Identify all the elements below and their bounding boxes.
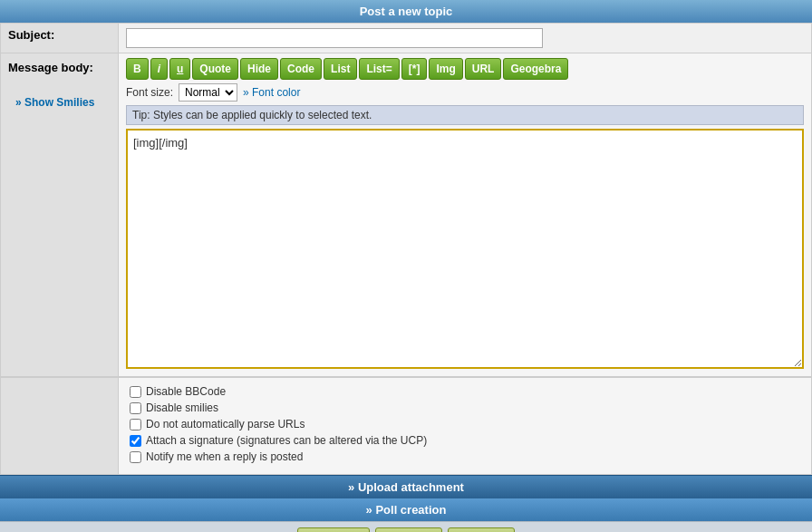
message-textarea[interactable]: [img][/img] bbox=[126, 129, 804, 369]
img-btn[interactable]: Img bbox=[429, 58, 462, 80]
attach-signature-checkbox[interactable] bbox=[130, 435, 141, 447]
disable-bbcode-option: Disable BBCode bbox=[130, 385, 800, 398]
list-eq-btn[interactable]: List= bbox=[359, 58, 399, 80]
upload-attachment-bar[interactable]: » Upload attachment bbox=[0, 475, 812, 498]
underline-btn[interactable]: u bbox=[169, 58, 190, 80]
font-size-row: Font size: Normal Small Large Huge » Fon… bbox=[126, 83, 804, 102]
tip-bar: Tip: Styles can be applied quickly to se… bbox=[126, 105, 804, 125]
subject-label: Subject: bbox=[1, 24, 119, 53]
geogebra-btn[interactable]: Geogebra bbox=[503, 58, 568, 80]
preview-button[interactable]: Preview bbox=[297, 527, 369, 532]
code-btn[interactable]: Code bbox=[280, 58, 322, 80]
notify-reply-label: Notify me when a reply is posted bbox=[146, 450, 303, 463]
disable-smilies-checkbox[interactable] bbox=[130, 402, 141, 414]
font-size-select[interactable]: Normal Small Large Huge bbox=[179, 83, 237, 102]
bottom-buttons: Preview Submit Cancel bbox=[0, 521, 812, 532]
submit-button[interactable]: Submit bbox=[375, 527, 443, 532]
list-btn[interactable]: List bbox=[324, 58, 357, 80]
quote-btn[interactable]: Quote bbox=[192, 58, 238, 80]
url-btn[interactable]: URL bbox=[465, 58, 502, 80]
italic-btn[interactable]: i bbox=[150, 58, 168, 80]
message-body-label: Message body: bbox=[8, 61, 111, 74]
poll-creation-label: » Poll creation bbox=[366, 503, 447, 517]
listitem-btn[interactable]: [*] bbox=[401, 58, 428, 80]
cancel-button[interactable]: Cancel bbox=[448, 527, 514, 532]
font-color-link[interactable]: » Font color bbox=[243, 86, 300, 99]
disable-smilies-label: Disable smilies bbox=[146, 401, 218, 414]
attach-signature-label: Attach a signature (signatures can be al… bbox=[146, 434, 427, 447]
notify-reply-checkbox[interactable] bbox=[130, 451, 141, 463]
subject-input[interactable] bbox=[126, 28, 543, 48]
hide-btn[interactable]: Hide bbox=[240, 58, 278, 80]
upload-attachment-link[interactable]: » Upload attachment bbox=[348, 480, 464, 494]
show-smilies-link[interactable]: » Show Smilies bbox=[8, 92, 111, 112]
no-parse-urls-label: Do not automatically parse URLs bbox=[146, 418, 304, 430]
page-title: Post a new topic bbox=[0, 0, 812, 23]
attach-signature-option: Attach a signature (signatures can be al… bbox=[130, 434, 800, 447]
font-size-label: Font size: bbox=[126, 86, 173, 99]
poll-creation-bar[interactable]: » Poll creation bbox=[0, 498, 812, 521]
bold-btn[interactable]: B bbox=[126, 58, 149, 80]
disable-bbcode-label: Disable BBCode bbox=[146, 385, 226, 398]
disable-smilies-option: Disable smilies bbox=[130, 401, 800, 414]
disable-bbcode-checkbox[interactable] bbox=[130, 386, 141, 398]
formatting-toolbar: B i u Quote Hide Code List List= [*] Img… bbox=[126, 58, 804, 80]
no-parse-urls-option: Do not automatically parse URLs bbox=[130, 418, 800, 430]
no-parse-urls-checkbox[interactable] bbox=[130, 419, 141, 430]
notify-reply-option: Notify me when a reply is posted bbox=[130, 450, 800, 463]
